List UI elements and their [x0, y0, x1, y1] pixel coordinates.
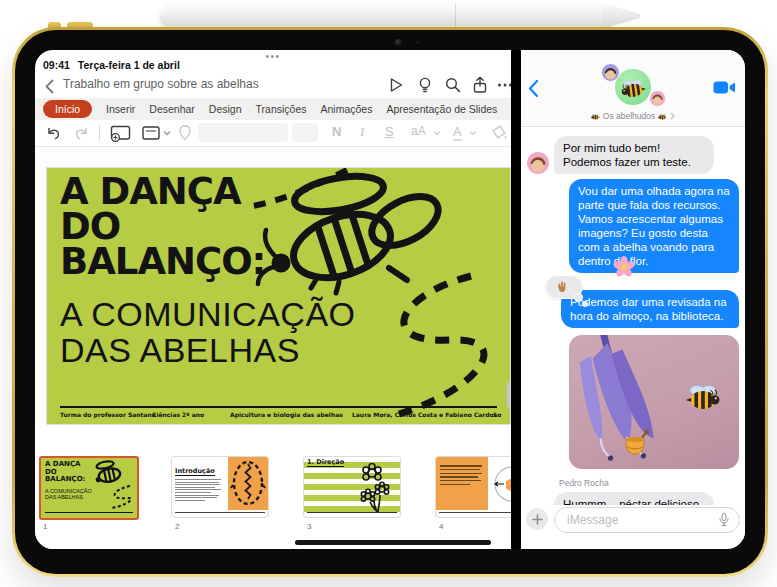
waggle-dance-diagram: [228, 457, 268, 510]
thumb2-diagram-panel: [228, 457, 268, 510]
message-row-outgoing: Podemos dar uma revisada na hora do almo…: [561, 290, 739, 328]
search-icon[interactable]: [444, 76, 462, 94]
message-bubble[interactable]: Vou dar uma olhada agora na parte que fa…: [569, 179, 739, 273]
thumb4-footer-rule: [439, 512, 511, 513]
photo-content: [569, 335, 739, 469]
plus-icon: [532, 514, 543, 525]
slide-subtitle-line: DAS ABELHAS: [60, 332, 356, 368]
message-text: Por mim tudo bem! Podemos fazer um teste…: [563, 142, 691, 168]
messages-window: ••• 100%: [521, 50, 745, 549]
font-color-chevron-icon[interactable]: [469, 130, 477, 136]
message-bubble[interactable]: Por mim tudo bem! Podemos fazer um teste…: [554, 136, 714, 174]
tab-inicio[interactable]: Início: [43, 100, 92, 118]
dictation-mic-icon[interactable]: [718, 512, 730, 528]
fill-bucket-icon[interactable]: [491, 124, 508, 141]
tab-inserir[interactable]: Inserir: [106, 103, 135, 115]
group-name-row[interactable]: Os abelhudos: [521, 111, 745, 121]
thumb1-footer-rule: [45, 512, 133, 513]
lightbulb-icon[interactable]: [416, 76, 434, 94]
message-text: Vou dar uma olhada agora na parte que fa…: [578, 185, 730, 267]
share-icon[interactable]: [471, 76, 489, 94]
slide-subtitle-line: A COMUNICAÇÃO: [60, 296, 356, 332]
font-name-field[interactable]: [198, 123, 288, 142]
layout-chevron-icon[interactable]: [163, 130, 171, 136]
thumb3-title: 1. Direção: [307, 458, 344, 467]
thumbnail-number: 1: [43, 522, 47, 531]
thumb1-bee-icon: [89, 460, 129, 486]
cherry-blossom-emoji-icon: [613, 256, 635, 278]
thumbnail-slide-4[interactable]: [435, 456, 511, 518]
tab-animacoes[interactable]: Animações: [320, 103, 372, 115]
message-input-pill[interactable]: [554, 507, 740, 533]
member-avatar[interactable]: [649, 90, 666, 107]
slide-footer-rule: [60, 406, 497, 408]
tapback-love-you-gesture[interactable]: [545, 275, 583, 299]
group-avatar[interactable]: [615, 69, 651, 105]
tab-desenhar[interactable]: Desenhar: [149, 103, 195, 115]
slide-1[interactable]: A DANÇA DO BALANÇO: A COMUNICAÇÃO DAS AB…: [47, 168, 510, 424]
slide-canvas[interactable]: A DANÇA DO BALANÇO: A COMUNICAÇÃO DAS AB…: [35, 147, 511, 428]
slide-subtitle[interactable]: A COMUNICAÇÃO DAS ABELHAS: [60, 296, 356, 368]
thumb2-text-block: Introdução: [175, 459, 223, 502]
thumb1-subtitle: A COMUNICAÇÃO DAS ABELHAS: [45, 488, 92, 500]
slide-title-line: BALANÇO:: [60, 244, 265, 279]
font-color-button[interactable]: A: [453, 124, 462, 141]
tab-design[interactable]: Design: [209, 103, 242, 115]
sender-avatar[interactable]: [527, 152, 549, 174]
sender-name: Pedro Rocha: [559, 476, 739, 490]
thumb2-title: Introdução: [175, 467, 215, 476]
message-row-outgoing: [569, 335, 739, 469]
font-resize-chevron-icon[interactable]: [433, 130, 441, 136]
flower-doodles: [350, 463, 394, 513]
font-resize-button[interactable]: aA: [411, 124, 426, 138]
thumbnail-number: 4: [439, 522, 443, 531]
undo-icon[interactable]: [45, 125, 62, 142]
tapback-tail-dot: [582, 301, 588, 307]
canvas-scrollbar[interactable]: [507, 382, 510, 408]
apple-pencil-body: [160, 3, 602, 29]
member-avatar[interactable]: [601, 63, 620, 82]
photo-message-flower-bee[interactable]: [569, 335, 739, 469]
bold-button[interactable]: N: [332, 124, 341, 139]
slide-title-line: DO: [60, 209, 265, 244]
bee-emoji-icon: [591, 113, 600, 120]
italic-button[interactable]: I: [360, 124, 364, 140]
message-bubble[interactable]: Podemos dar uma revisada na hora do almo…: [561, 290, 739, 328]
tapback-tail-dot: [574, 293, 583, 302]
back-icon[interactable]: [45, 79, 54, 94]
ipad-bezel: 09:41Terça-feira 1 de abril ••• Trabalho…: [15, 30, 765, 574]
play-icon[interactable]: [387, 76, 405, 94]
underline-button[interactable]: S: [385, 124, 394, 139]
redo-icon[interactable]: [73, 125, 90, 142]
attachments-plus-button[interactable]: [526, 508, 548, 530]
back-icon[interactable]: [528, 79, 539, 98]
camera-sensor: [416, 41, 419, 44]
thumbnail-slide-1[interactable]: A DANÇA DO BALANÇO: A COMUNICAÇÃO DAS AB…: [39, 456, 139, 520]
message-text: Podemos dar uma revisada na hora do almo…: [570, 296, 727, 322]
window-handle[interactable]: •••: [35, 51, 511, 62]
more-icon[interactable]: [496, 76, 511, 94]
message-row-outgoing: Vou dar uma olhada agora na parte que fa…: [569, 179, 739, 273]
facetime-video-icon[interactable]: [713, 80, 736, 95]
slide-footer-subject: Ciências 2º ano: [152, 411, 204, 418]
imessage-input[interactable]: [565, 510, 709, 530]
powerpoint-window: 09:41Terça-feira 1 de abril ••• Trabalho…: [35, 50, 511, 549]
thumbnail-number: 2: [175, 522, 179, 531]
new-slide-icon[interactable]: [109, 124, 133, 142]
thumbnail-slide-2[interactable]: Introdução: [171, 456, 269, 518]
home-indicator[interactable]: [295, 540, 491, 545]
thumb1-trail-icon: [97, 484, 133, 510]
thumbnail-slide-3[interactable]: 1. Direção: [303, 456, 401, 518]
slide-footer-page-number: 1: [493, 411, 497, 418]
slide-footer-authors: Laura Mora, Carlos Costa e Fabiano Cardo…: [352, 411, 501, 418]
format-toolbar: N I S aA A: [35, 120, 511, 147]
slide-title[interactable]: A DANÇA DO BALANÇO:: [60, 174, 265, 279]
message-row-incoming: Por mim tudo bem! Podemos fazer um teste…: [527, 136, 739, 174]
tab-apresentacao[interactable]: Apresentação de Slides: [386, 103, 497, 115]
toolbar-divider: [99, 125, 100, 141]
tab-transicoes[interactable]: Transições: [256, 103, 307, 115]
slide-footer-class: Turma do professor Santana: [60, 411, 156, 418]
layout-icon[interactable]: [141, 125, 161, 141]
pin-icon[interactable]: [177, 124, 193, 142]
font-size-field[interactable]: [292, 123, 318, 142]
